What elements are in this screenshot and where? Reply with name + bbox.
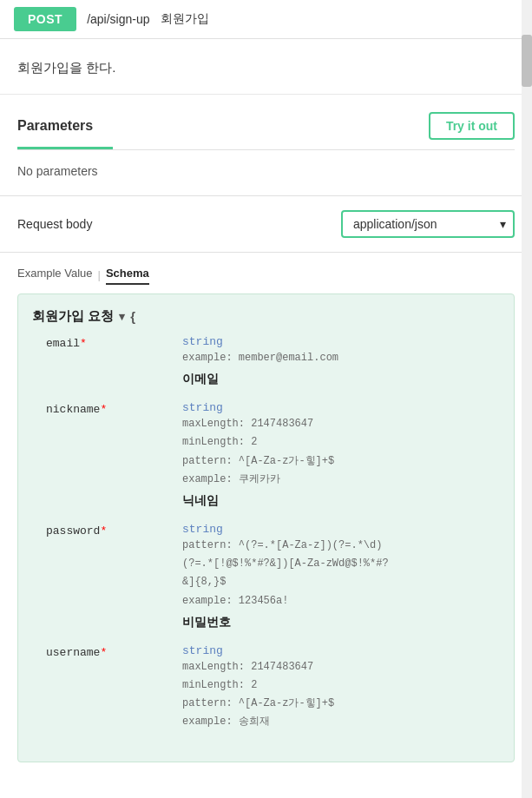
field-meta-password-example: example: 123456a! (182, 593, 500, 610)
parameters-section: Parameters Try it out No parameters (0, 95, 532, 195)
field-meta-username-maxlength: maxLength: 2147483647 (182, 659, 500, 676)
field-type-username: string (182, 644, 500, 657)
scrollbar-track[interactable] (522, 0, 532, 798)
field-label-password: 비밀번호 (182, 615, 500, 630)
parameters-title: Parameters (17, 118, 93, 134)
field-type-password: string (182, 523, 500, 536)
field-info-email: string example: member@email.com 이메일 (182, 335, 500, 387)
schema-title-text: 회원가입 요청 (32, 308, 114, 325)
endpoint-path: /api/sign-up (87, 12, 149, 26)
tab-divider: | (97, 267, 100, 285)
field-name-password: password* (32, 523, 175, 537)
field-name-username: username* (32, 644, 175, 659)
field-label-email: 이메일 (182, 372, 500, 387)
field-meta-nickname-pattern: pattern: ^[A-Za-z가-힣]+$ (182, 453, 500, 470)
tab-example-value[interactable]: Example Value (17, 267, 92, 285)
field-name-email: email* (32, 335, 175, 350)
schema-tabs-section: Example Value | Schema (0, 252, 532, 285)
schema-tabs: Example Value | Schema (17, 267, 515, 285)
field-meta-password-pattern3: &]{8,}$ (182, 574, 500, 590)
schema-open-brace: { (130, 309, 135, 324)
schema-box: 회원가입 요청 ▾ { email* string example: membe… (17, 293, 515, 762)
required-star-username: * (100, 646, 107, 659)
content-type-select-wrapper[interactable]: application/json (341, 210, 515, 238)
schema-field-password: password* string pattern: ^(?=.*[A-Za-z]… (32, 523, 500, 630)
field-label-nickname: 닉네임 (182, 493, 500, 509)
scrollbar-thumb[interactable] (522, 35, 532, 87)
field-meta-nickname-maxlength: maxLength: 2147483647 (182, 416, 500, 432)
request-body-label: Request body (17, 217, 92, 231)
field-type-email: string (182, 335, 500, 348)
tab-schema[interactable]: Schema (106, 267, 149, 285)
schema-field-email: email* string example: member@email.com … (32, 335, 500, 387)
field-info-nickname: string maxLength: 2147483647 minLength: … (182, 401, 500, 509)
required-star-nickname: * (100, 403, 107, 416)
field-meta-username-pattern: pattern: ^[A-Za-z가-힣]+$ (182, 696, 500, 712)
http-method-badge: POST (14, 7, 76, 31)
field-meta-username-minlength: minLength: 2 (182, 677, 500, 694)
field-meta-password-pattern1: pattern: ^(?=.*[A-Za-z])(?=.*\d) (182, 537, 500, 554)
field-info-password: string pattern: ^(?=.*[A-Za-z])(?=.*\d) … (182, 523, 500, 630)
endpoint-description: 회원가입 (161, 11, 209, 27)
field-meta-username-example: example: 송희재 (182, 714, 500, 730)
schema-title-row: 회원가입 요청 ▾ { (32, 308, 500, 325)
description-section: 회원가입을 한다. (0, 39, 532, 95)
top-bar: POST /api/sign-up 회원가입 (0, 0, 532, 39)
field-name-nickname: nickname* (32, 401, 175, 416)
field-meta-nickname-minlength: minLength: 2 (182, 434, 500, 451)
field-info-username: string maxLength: 2147483647 minLength: … (182, 644, 500, 731)
schema-field-username: username* string maxLength: 2147483647 m… (32, 644, 500, 731)
content-type-select[interactable]: application/json (341, 210, 515, 238)
no-parameters-label: No parameters (17, 149, 515, 195)
request-body-section: Request body application/json (0, 195, 532, 252)
schema-field-nickname: nickname* string maxLength: 2147483647 m… (32, 401, 500, 509)
schema-toggle-icon[interactable]: ▾ (119, 310, 125, 323)
required-star-password: * (100, 524, 107, 537)
description-text: 회원가입을 한다. (17, 60, 115, 75)
field-meta-password-pattern2: (?=.*[!@$!%*#?&])[A-Za-zWd@$!%*#? (182, 556, 500, 572)
required-star-email: * (80, 337, 87, 350)
field-meta-nickname-example: example: 쿠케카카 (182, 472, 500, 488)
field-type-nickname: string (182, 401, 500, 414)
parameters-header: Parameters Try it out (17, 112, 515, 140)
try-it-out-button[interactable]: Try it out (429, 112, 515, 140)
field-meta-email: example: member@email.com (182, 350, 500, 366)
